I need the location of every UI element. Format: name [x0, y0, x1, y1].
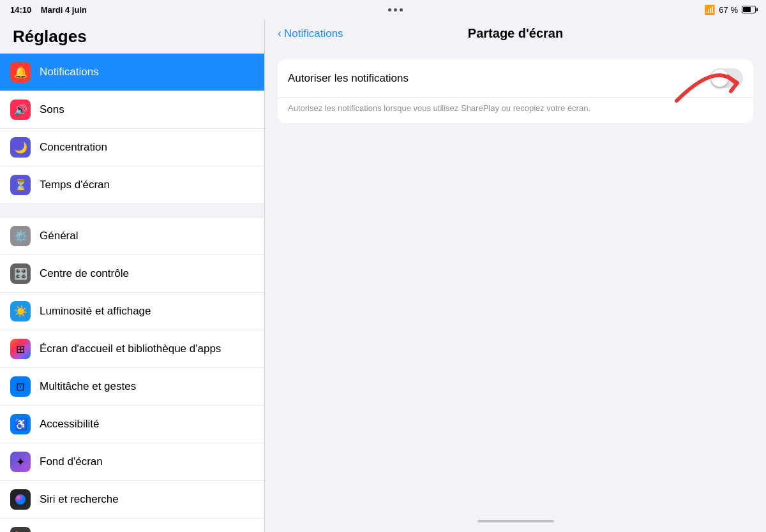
sidebar-item-label-accessibilite: Accessibilité — [40, 418, 100, 431]
sidebar-title: Réglages — [0, 19, 264, 53]
back-chevron-icon: ‹ — [278, 27, 282, 40]
wifi-icon: 📶 — [704, 4, 715, 15]
sidebar-item-label-siri: Siri et recherche — [40, 493, 119, 506]
back-label: Notifications — [284, 27, 343, 40]
sidebar-item-label-multitache: Multitâche et gestes — [40, 380, 136, 393]
allow-notifications-toggle[interactable] — [710, 68, 743, 88]
sidebar-item-general[interactable]: ⚙️ Général — [0, 217, 264, 255]
sidebar-content[interactable]: 🔔 Notifications 🔊 Sons 🌙 Concentration ⏳… — [0, 53, 264, 532]
back-button[interactable]: ‹ Notifications — [278, 27, 343, 40]
main-layout: Réglages 🔔 Notifications 🔊 Sons 🌙 Concen… — [0, 19, 766, 532]
ecran-accueil-icon: ⊞ — [10, 339, 31, 359]
siri-icon — [10, 489, 31, 510]
content-area: ‹ Notifications Partage d'écran Autorise… — [265, 19, 766, 532]
page-title: Partage d'écran — [468, 26, 563, 41]
sidebar-item-ecran-accueil[interactable]: ⊞ Écran d'accueil et bibliothèque d'apps — [0, 330, 264, 368]
status-time-date: 14:10 Mardi 4 juin — [10, 5, 87, 15]
sidebar-item-label-general: Général — [40, 230, 78, 242]
sidebar-item-label-fond-ecran: Fond d'écran — [40, 455, 103, 468]
sidebar-item-notifications[interactable]: 🔔 Notifications — [0, 53, 264, 91]
sidebar-item-label-notifications: Notifications — [40, 66, 99, 78]
multitache-icon: ⊡ — [10, 376, 31, 397]
sidebar-group-2: ⚙️ Général 🎛️ Centre de contrôle ☀️ Lumi… — [0, 217, 264, 532]
notifications-toggle-row: Autoriser les notifications — [278, 59, 753, 98]
sidebar-item-label-concentration: Concentration — [40, 141, 107, 154]
sidebar-item-label-centre-controle: Centre de contrôle — [40, 267, 129, 280]
sidebar: Réglages 🔔 Notifications 🔊 Sons 🌙 Concen… — [0, 19, 265, 532]
status-date: Mardi 4 juin — [41, 5, 87, 15]
centre-controle-icon: 🎛️ — [10, 263, 31, 284]
notifications-description: Autorisez les notifications lorsque vous… — [278, 98, 753, 123]
concentration-icon: 🌙 — [10, 137, 31, 158]
settings-card-notifications: Autoriser les notifications Autorisez le… — [278, 59, 753, 123]
status-center-dots — [388, 8, 403, 11]
sidebar-item-sons[interactable]: 🔊 Sons — [0, 91, 264, 129]
sidebar-item-temps-ecran[interactable]: ⏳ Temps d'écran — [0, 166, 264, 204]
content-header: ‹ Notifications Partage d'écran — [265, 19, 766, 47]
content-body: Autoriser les notifications Autorisez le… — [265, 47, 766, 513]
sidebar-item-label-temps-ecran: Temps d'écran — [40, 179, 110, 191]
battery-icon — [742, 6, 756, 13]
toggle-label: Autoriser les notifications — [288, 72, 710, 85]
battery-percent: 67 % — [719, 5, 738, 15]
sidebar-item-concentration[interactable]: 🌙 Concentration — [0, 129, 264, 166]
bottom-bar — [265, 513, 766, 532]
general-icon: ⚙️ — [10, 226, 31, 246]
sidebar-item-siri[interactable]: Siri et recherche — [0, 481, 264, 519]
svg-point-0 — [15, 494, 26, 505]
notifications-icon: 🔔 — [10, 62, 31, 82]
sidebar-item-accessibilite[interactable]: ♿ Accessibilité — [0, 406, 264, 443]
luminosite-icon: ☀️ — [10, 301, 31, 321]
apple-pencil-icon: ✏️ — [10, 527, 31, 532]
dot-2 — [394, 8, 397, 11]
dot-1 — [388, 8, 391, 11]
dot-3 — [400, 8, 403, 11]
sidebar-item-luminosite[interactable]: ☀️ Luminosité et affichage — [0, 293, 264, 330]
sidebar-item-label-luminosite: Luminosité et affichage — [40, 305, 151, 318]
accessibilite-icon: ♿ — [10, 414, 31, 434]
sidebar-item-label-sons: Sons — [40, 103, 64, 116]
sidebar-item-centre-controle[interactable]: 🎛️ Centre de contrôle — [0, 255, 264, 293]
status-time: 14:10 — [10, 5, 31, 15]
status-bar: 14:10 Mardi 4 juin 📶 67 % — [0, 0, 766, 19]
toggle-knob — [711, 70, 728, 87]
group-gap — [0, 204, 264, 217]
sidebar-item-label-ecran-accueil: Écran d'accueil et bibliothèque d'apps — [40, 343, 221, 355]
temps-ecran-icon: ⏳ — [10, 175, 31, 195]
sidebar-item-apple-pencil[interactable]: ✏️ Apple Pencil — [0, 519, 264, 532]
fond-ecran-icon: ✦ — [10, 452, 31, 472]
sidebar-item-fond-ecran[interactable]: ✦ Fond d'écran — [0, 443, 264, 481]
sidebar-group-1: 🔔 Notifications 🔊 Sons 🌙 Concentration ⏳… — [0, 53, 264, 204]
status-right: 📶 67 % — [704, 4, 756, 15]
sidebar-item-multitache[interactable]: ⊡ Multitâche et gestes — [0, 368, 264, 406]
home-indicator — [477, 520, 554, 522]
sons-icon: 🔊 — [10, 100, 31, 120]
